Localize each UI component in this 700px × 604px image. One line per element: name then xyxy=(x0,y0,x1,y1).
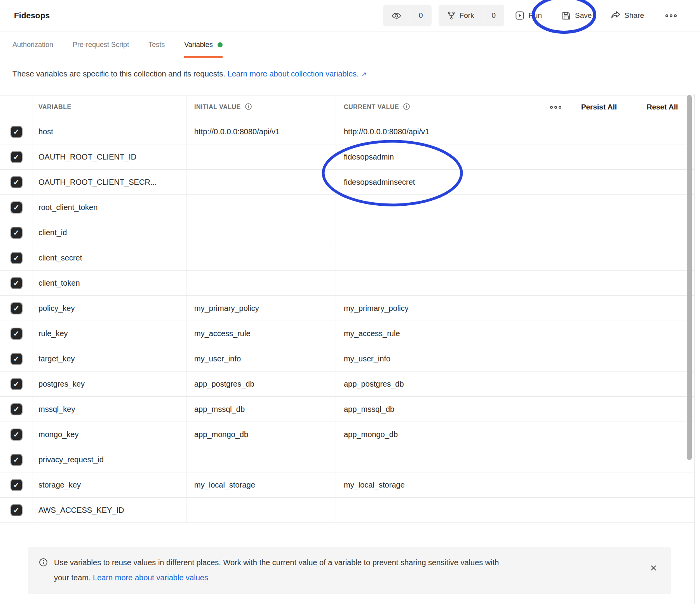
variable-name-cell[interactable]: mssql_key xyxy=(33,397,186,422)
current-value-cell[interactable] xyxy=(336,195,695,220)
row-checkbox[interactable]: ✓ xyxy=(10,151,23,163)
initial-value-cell[interactable] xyxy=(186,144,336,169)
persist-all-button[interactable]: Persist All xyxy=(568,95,630,119)
vertical-scrollbar[interactable] xyxy=(687,95,692,460)
more-options-icon[interactable] xyxy=(665,14,677,17)
close-icon[interactable]: × xyxy=(650,562,657,574)
current-value-cell[interactable]: my_primary_policy xyxy=(336,296,695,321)
fork-button[interactable]: Fork xyxy=(439,5,483,26)
variable-name-cell[interactable]: OAUTH_ROOT_CLIENT_ID xyxy=(33,144,186,169)
info-icon[interactable] xyxy=(403,103,410,112)
fork-count[interactable]: 0 xyxy=(483,5,505,26)
row-checkbox-cell: ✓ xyxy=(0,144,33,169)
tab-variables[interactable]: Variables xyxy=(184,31,223,58)
table-row: ✓client_secret xyxy=(0,245,695,271)
current-value-cell[interactable]: app_mssql_db xyxy=(336,397,695,422)
banner-text: Use variables to reuse values in differe… xyxy=(54,555,499,594)
fork-button-group: Fork 0 xyxy=(439,5,505,26)
row-checkbox[interactable]: ✓ xyxy=(10,429,23,441)
initial-value-cell[interactable]: my_primary_policy xyxy=(186,296,336,321)
initial-value-cell[interactable] xyxy=(186,498,336,522)
variable-values-learn-more-link[interactable]: Learn more about variable values xyxy=(93,573,208,582)
row-checkbox[interactable]: ✓ xyxy=(10,252,23,264)
collection-variables-learn-more-link[interactable]: Learn more about collection variables. xyxy=(228,69,359,78)
row-checkbox[interactable]: ✓ xyxy=(10,201,23,213)
current-value-cell[interactable]: my_access_rule xyxy=(336,321,695,346)
initial-value-cell[interactable]: app_mssql_db xyxy=(186,397,336,422)
row-checkbox[interactable]: ✓ xyxy=(10,227,23,239)
save-button[interactable]: Save xyxy=(561,11,592,21)
variable-name-cell[interactable]: client_id xyxy=(33,220,186,245)
variable-name-cell[interactable]: rule_key xyxy=(33,321,186,346)
info-icon[interactable] xyxy=(245,103,252,112)
initial-value-cell[interactable] xyxy=(186,195,336,220)
initial-value-cell[interactable]: app_mongo_db xyxy=(186,422,336,447)
initial-value-cell[interactable] xyxy=(186,170,336,194)
tab-authorization[interactable]: Authorization xyxy=(12,31,53,58)
row-checkbox[interactable]: ✓ xyxy=(10,378,23,390)
watch-count[interactable]: 0 xyxy=(410,5,432,26)
collection-variables-page: Fidesops 0 xyxy=(0,0,700,604)
collection-variables-info: These variables are specific to this col… xyxy=(12,69,700,79)
row-checkbox[interactable]: ✓ xyxy=(10,277,23,289)
current-value-cell[interactable]: app_mongo_db xyxy=(336,422,695,447)
row-checkbox[interactable]: ✓ xyxy=(10,328,23,340)
variables-table: VARIABLE INITIAL VALUE CURRENT VALUE Per… xyxy=(0,95,695,523)
reset-all-button[interactable]: Reset All xyxy=(630,95,695,119)
variable-name-cell[interactable]: mongo_key xyxy=(33,422,186,447)
variables-help-banner: Use variables to reuse values in differe… xyxy=(28,547,671,594)
initial-value-cell[interactable]: app_postgres_db xyxy=(186,371,336,396)
current-value-cell[interactable]: http://0.0.0.0:8080/api/v1 xyxy=(336,119,695,144)
variable-name-cell[interactable]: target_key xyxy=(33,346,186,371)
initial-value-cell[interactable] xyxy=(186,220,336,245)
row-checkbox[interactable]: ✓ xyxy=(10,353,23,365)
row-checkbox[interactable]: ✓ xyxy=(10,176,23,188)
watch-button[interactable] xyxy=(383,5,410,26)
row-checkbox[interactable]: ✓ xyxy=(10,504,23,516)
row-checkbox-cell: ✓ xyxy=(0,397,33,422)
variable-name-cell[interactable]: host xyxy=(33,119,186,144)
variable-name-cell[interactable]: AWS_ACCESS_KEY_ID xyxy=(33,498,186,522)
table-header: VARIABLE INITIAL VALUE CURRENT VALUE Per… xyxy=(0,95,695,119)
row-checkbox[interactable]: ✓ xyxy=(10,479,23,491)
table-row: ✓client_token xyxy=(0,271,695,296)
initial-value-cell[interactable]: http://0.0.0.0:8080/api/v1 xyxy=(186,119,336,144)
row-checkbox[interactable]: ✓ xyxy=(10,302,23,314)
row-checkbox-cell: ✓ xyxy=(0,271,33,295)
variable-name-cell[interactable]: policy_key xyxy=(33,296,186,321)
table-row: ✓rule_keymy_access_rulemy_access_rule xyxy=(0,321,695,346)
variable-name-cell[interactable]: postgres_key xyxy=(33,371,186,396)
tab-pre-request-script[interactable]: Pre-request Script xyxy=(73,31,129,58)
current-value-cell[interactable] xyxy=(336,245,695,270)
variable-name-cell[interactable]: OAUTH_ROOT_CLIENT_SECR... xyxy=(33,170,186,194)
current-value-cell[interactable]: my_user_info xyxy=(336,346,695,371)
variable-name-cell[interactable]: root_client_token xyxy=(33,195,186,220)
run-button[interactable]: Run xyxy=(515,11,542,20)
row-checkbox-cell: ✓ xyxy=(0,371,33,396)
initial-value-cell[interactable] xyxy=(186,245,336,270)
initial-value-cell[interactable] xyxy=(186,271,336,295)
initial-value-cell[interactable] xyxy=(186,447,336,472)
current-value-cell[interactable] xyxy=(336,220,695,245)
row-checkbox[interactable]: ✓ xyxy=(10,454,23,466)
variable-name-cell[interactable]: client_secret xyxy=(33,245,186,270)
current-value-cell[interactable] xyxy=(336,447,695,472)
row-checkbox[interactable]: ✓ xyxy=(10,403,23,415)
current-value-cell[interactable]: fidesopsadminsecret xyxy=(336,170,695,194)
current-value-cell[interactable]: my_local_storage xyxy=(336,472,695,497)
share-button[interactable]: Share xyxy=(610,10,644,21)
current-value-cell[interactable] xyxy=(336,271,695,295)
tab-tests[interactable]: Tests xyxy=(148,31,165,58)
initial-value-cell[interactable]: my_local_storage xyxy=(186,472,336,497)
current-value-cell[interactable]: app_postgres_db xyxy=(336,371,695,396)
variable-name-cell[interactable]: privacy_request_id xyxy=(33,447,186,472)
row-checkbox[interactable]: ✓ xyxy=(10,126,23,138)
table-more-actions-icon[interactable] xyxy=(543,95,568,119)
current-value-cell[interactable] xyxy=(336,498,695,522)
toolbar: Fidesops 0 xyxy=(0,0,700,31)
initial-value-cell[interactable]: my_access_rule xyxy=(186,321,336,346)
variable-name-cell[interactable]: storage_key xyxy=(33,472,186,497)
variable-name-cell[interactable]: client_token xyxy=(33,271,186,295)
initial-value-cell[interactable]: my_user_info xyxy=(186,346,336,371)
current-value-cell[interactable]: fidesopsadmin xyxy=(336,144,695,169)
